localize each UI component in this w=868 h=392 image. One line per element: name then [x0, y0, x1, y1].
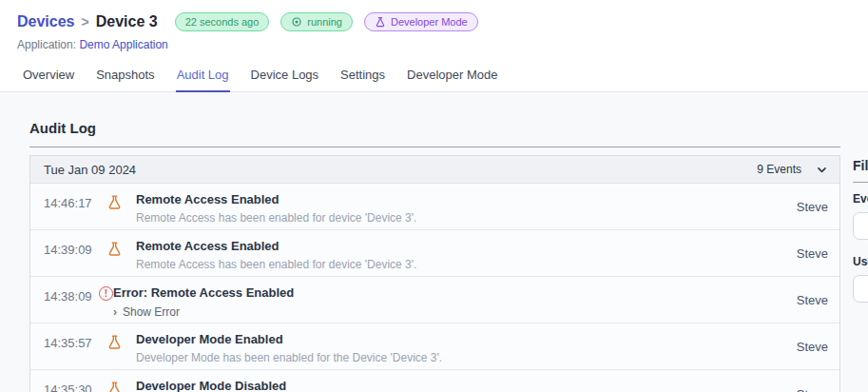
breadcrumb-current-device: Device 3 [96, 13, 158, 30]
user-input[interactable] [853, 275, 868, 303]
chevron-right-icon: › [113, 305, 117, 319]
event-body: Error: Remote Access Enabled › Show Erro… [113, 285, 294, 319]
event-user: Steve [797, 387, 828, 392]
tab-label: Developer Mode [407, 68, 497, 82]
tab-developer-mode[interactable]: Developer Mode [406, 62, 498, 92]
tab-label: Settings [340, 68, 385, 82]
event-title: Developer Mode Enabled [136, 332, 442, 347]
badge-label: 22 seconds ago [185, 16, 260, 28]
date-group-header: Tue Jan 09 2024 9 Events [30, 156, 839, 184]
event-body: Remote Access Enabled Remote Access has … [136, 192, 416, 225]
application-line: Application: Demo Application [17, 38, 868, 51]
filter-panel-title: Filter [853, 158, 868, 173]
status-badge: Developer Mode [364, 12, 478, 31]
breadcrumb: Devices > Device 3 22 seconds ago runnin… [17, 12, 868, 31]
event-user: Steve [797, 293, 828, 315]
tab-snapshots[interactable]: Snapshots [95, 62, 155, 92]
audit-log-row: 14:39:09 Remote Access Enabled Remote Ac… [30, 230, 839, 277]
application-label: Application: [17, 38, 76, 51]
page-header: Devices > Device 3 22 seconds ago runnin… [0, 0, 868, 51]
audit-log-row: 14:46:17 Remote Access Enabled Remote Ac… [30, 184, 839, 230]
event-title: Remote Access Enabled [136, 239, 416, 254]
event-time: 14:39:09 [44, 239, 99, 257]
audit-log-section: Audit Log Tue Jan 09 2024 9 Events 14:46… [29, 92, 840, 392]
event-user: Steve [797, 200, 828, 222]
main-area: Audit Log Tue Jan 09 2024 9 Events 14:46… [0, 92, 868, 392]
page-title: Audit Log [29, 120, 840, 136]
event-body: Developer Mode Enabled Developer Mode ha… [136, 332, 442, 364]
event-user: Steve [797, 246, 828, 268]
tab-bar: OverviewSnapshotsAudit LogDevice LogsSet… [0, 62, 868, 92]
tab-settings[interactable]: Settings [339, 62, 386, 92]
show-error-label: Show Error [123, 305, 180, 319]
audit-log-rows: 14:46:17 Remote Access Enabled Remote Ac… [30, 184, 839, 392]
tab-device-logs[interactable]: Device Logs [250, 62, 320, 92]
event-description: Developer Mode has been enabled for the … [136, 351, 442, 364]
status-badge: 22 seconds ago [175, 12, 270, 31]
flask-icon [375, 16, 386, 28]
status-dot-icon [291, 16, 302, 28]
event-title: Developer Mode Disabled [136, 379, 286, 392]
flask-icon [106, 194, 123, 210]
breadcrumb-separator: > [82, 14, 89, 29]
event-type-input[interactable] [853, 212, 868, 240]
events-count: 9 Events [757, 163, 801, 176]
event-time: 14:35:30 [44, 379, 99, 392]
breadcrumb-devices-link[interactable]: Devices [17, 13, 75, 30]
audit-log-row: 14:38:09 ! Error: Remote Access Enabled … [30, 277, 839, 323]
event-description: Remote Access has been enabled for devic… [136, 211, 416, 225]
flask-icon [106, 241, 123, 257]
tab-audit-log[interactable]: Audit Log [176, 62, 230, 92]
event-title: Remote Access Enabled [136, 192, 416, 207]
status-badges: 22 seconds ago running Developer Mode [175, 12, 478, 31]
badge-label: Developer Mode [391, 16, 468, 28]
show-error-toggle[interactable]: › Show Error [113, 305, 294, 319]
audit-log-card: Tue Jan 09 2024 9 Events 14:46:17 Remote… [29, 155, 840, 392]
application-link[interactable]: Demo Application [79, 38, 167, 51]
event-description: Remote Access has been enabled for devic… [136, 258, 416, 271]
tab-label: Snapshots [96, 68, 154, 82]
error-icon: ! [99, 286, 113, 301]
event-type-label: Event Type [853, 192, 868, 206]
event-time: 14:38:09 [44, 285, 99, 304]
event-time: 14:35:57 [44, 332, 99, 350]
title-divider [29, 147, 840, 147]
status-badge: running [280, 12, 353, 31]
event-time: 14:46:17 [44, 192, 99, 210]
event-body: Remote Access Enabled Remote Access has … [136, 239, 416, 271]
tab-label: Overview [23, 68, 74, 82]
tab-label: Audit Log [177, 68, 229, 82]
tab-overview[interactable]: Overview [22, 62, 75, 92]
flask-icon [106, 334, 123, 350]
user-label: User [853, 255, 868, 268]
audit-log-row: 14:35:30 Developer Mode Disabled Steve [30, 370, 839, 392]
flask-icon [106, 381, 123, 392]
badge-label: running [307, 16, 342, 28]
event-body: Developer Mode Disabled [136, 379, 286, 392]
chevron-down-icon[interactable] [816, 164, 828, 176]
filter-divider [853, 182, 868, 183]
filter-panel: Filter Event Type User [853, 92, 868, 303]
event-user: Steve [797, 340, 828, 362]
event-title: Error: Remote Access Enabled [113, 285, 294, 301]
tab-label: Device Logs [251, 68, 319, 82]
date-group-label: Tue Jan 09 2024 [44, 163, 136, 177]
audit-log-row: 14:35:57 Developer Mode Enabled Develope… [30, 323, 839, 370]
